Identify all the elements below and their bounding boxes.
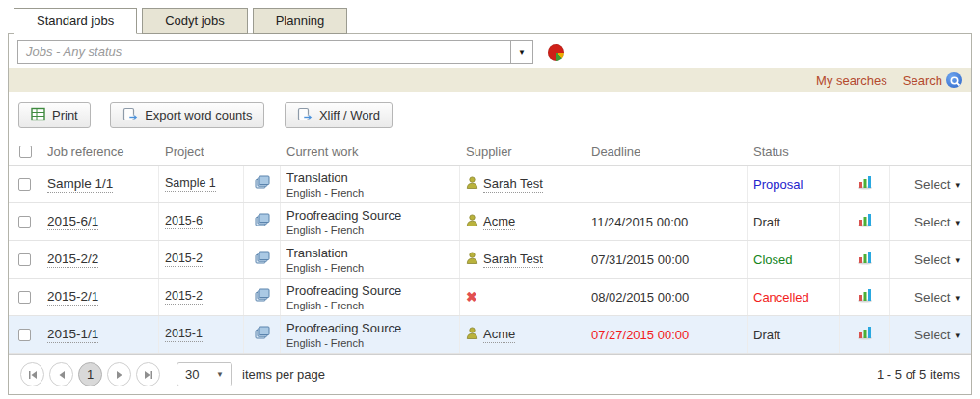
documents-icon[interactable] <box>255 251 270 268</box>
select-dropdown[interactable]: Select ▾ <box>914 215 960 229</box>
documents-icon[interactable] <box>255 213 270 230</box>
previous-page-button[interactable] <box>49 362 73 386</box>
bar-chart-icon[interactable] <box>858 212 873 231</box>
row-checkbox[interactable] <box>18 216 31 228</box>
chevron-down-icon: ▼ <box>216 370 224 379</box>
work-type: Translation <box>286 246 364 260</box>
row-checkbox[interactable] <box>18 291 31 304</box>
status-text: Cancelled <box>753 290 809 305</box>
select-dropdown[interactable]: Select ▾ <box>914 253 960 267</box>
select-label: Select <box>914 290 951 305</box>
export-icon <box>297 107 313 124</box>
row-checkbox[interactable] <box>18 253 31 266</box>
tab-planning[interactable]: Planning <box>253 8 348 34</box>
header-project: Project <box>159 138 244 165</box>
row-checkbox[interactable] <box>18 329 31 341</box>
header-status: Status <box>748 138 840 165</box>
work-type: Proofreading Source <box>286 208 401 223</box>
table-row: 2015-1/1 2015-1 Proofreading Source Engl… <box>9 316 971 354</box>
project-link[interactable]: 2015-1 <box>165 327 203 342</box>
supplier-link[interactable]: Acme <box>483 327 515 343</box>
page-1-button[interactable]: 1 <box>78 362 102 386</box>
language-pair: English - French <box>286 337 401 349</box>
red-x-icon: ✖ <box>466 290 477 304</box>
bar-chart-icon[interactable] <box>858 174 873 194</box>
select-label: Select <box>914 253 951 267</box>
language-pair: English - French <box>286 300 401 311</box>
xliff-word-label: Xliff / Word <box>319 108 380 122</box>
header-job-reference: Job reference <box>41 138 159 165</box>
toolbar: Print Export word counts Xliff / Word <box>9 92 971 138</box>
table-row: 2015-6/1 2015-6 Proofreading Source Engl… <box>9 203 971 241</box>
bar-chart-icon[interactable] <box>858 287 873 306</box>
bar-chart-icon[interactable] <box>858 325 873 344</box>
select-label: Select <box>914 177 951 192</box>
chevron-down-icon: ▾ <box>955 180 960 190</box>
jobs-panel: Jobs - Any status ▼ My searches Search P… <box>8 33 972 395</box>
status-text: Draft <box>753 328 780 342</box>
job-reference-link[interactable]: 2015-2/1 <box>47 289 98 306</box>
status-filter-combobox[interactable]: Jobs - Any status ▼ <box>17 40 533 64</box>
deadline-text: 11/24/2015 00:00 <box>591 215 688 229</box>
chevron-down-icon: ▾ <box>955 218 960 227</box>
supplier-link[interactable]: Acme <box>483 214 515 230</box>
deadline-text: 07/31/2015 00:00 <box>591 253 689 267</box>
job-reference-link[interactable]: 2015-1/1 <box>47 327 98 343</box>
bar-chart-icon[interactable] <box>858 250 873 269</box>
status-pie-icon[interactable] <box>548 44 564 61</box>
select-label: Select <box>914 215 951 229</box>
search-icon[interactable] <box>946 72 962 88</box>
job-reference-link[interactable]: Sample 1/1 <box>47 176 113 193</box>
filter-row: Jobs - Any status ▼ <box>9 34 971 68</box>
export-word-counts-label: Export word counts <box>145 108 252 122</box>
job-reference-link[interactable]: 2015-6/1 <box>47 214 98 230</box>
search-link-label: Search <box>903 73 942 88</box>
project-link[interactable]: 2015-2 <box>165 289 203 305</box>
select-dropdown[interactable]: Select ▾ <box>914 177 960 192</box>
deadline-text: 07/27/2015 00:00 <box>591 328 689 342</box>
documents-icon[interactable] <box>255 326 270 343</box>
language-pair: English - French <box>286 225 401 236</box>
tab-standard-jobs[interactable]: Standard jobs <box>14 8 137 34</box>
xliff-word-button[interactable]: Xliff / Word <box>285 102 393 128</box>
work-type: Proofreading Source <box>286 283 401 298</box>
print-button[interactable]: Print <box>18 102 91 128</box>
row-checkbox[interactable] <box>18 178 31 191</box>
job-reference-link[interactable]: 2015-2/2 <box>47 252 98 268</box>
header-deadline: Deadline <box>585 138 748 165</box>
export-word-counts-button[interactable]: Export word counts <box>110 102 264 128</box>
person-icon <box>466 176 478 192</box>
searches-bar: My searches Search <box>9 68 971 92</box>
project-link[interactable]: 2015-2 <box>165 252 203 267</box>
last-page-button[interactable] <box>136 362 160 386</box>
header-current-work: Current work <box>281 138 460 165</box>
documents-icon[interactable] <box>255 288 270 306</box>
next-page-button[interactable] <box>107 362 131 386</box>
language-pair: English - French <box>286 187 364 199</box>
work-type: Proofreading Source <box>286 321 401 335</box>
project-link[interactable]: Sample 1 <box>165 176 216 192</box>
items-per-page-label: items per page <box>242 367 325 382</box>
select-all-checkbox[interactable] <box>19 146 32 158</box>
combobox-arrow-icon[interactable]: ▼ <box>510 41 532 63</box>
person-icon <box>466 214 478 229</box>
my-searches-link[interactable]: My searches <box>816 73 887 88</box>
supplier-link[interactable]: Sarah Test <box>483 252 543 268</box>
select-dropdown[interactable]: Select ▾ <box>914 290 960 305</box>
table-header: Job reference Project Current work Suppl… <box>9 138 971 166</box>
supplier-link[interactable]: Sarah Test <box>483 176 543 193</box>
page-size-value: 30 <box>185 367 199 382</box>
table-row: Sample 1/1 Sample 1 Translation English … <box>9 166 971 203</box>
project-link[interactable]: 2015-6 <box>165 214 203 229</box>
search-link[interactable]: Search <box>903 72 962 88</box>
first-page-button[interactable] <box>20 362 44 386</box>
chevron-down-icon: ▾ <box>955 255 960 265</box>
documents-icon[interactable] <box>255 175 270 193</box>
chevron-down-icon: ▾ <box>955 331 960 340</box>
print-button-label: Print <box>52 108 78 122</box>
page-size-select[interactable]: 30 ▼ <box>177 362 232 386</box>
tab-strip: Standard jobs Codyt jobs Planning <box>8 8 972 34</box>
tab-codyt-jobs[interactable]: Codyt jobs <box>142 8 247 34</box>
table-row: 2015-2/2 2015-2 Translation English - Fr… <box>9 241 971 279</box>
select-dropdown[interactable]: Select ▾ <box>914 328 960 342</box>
